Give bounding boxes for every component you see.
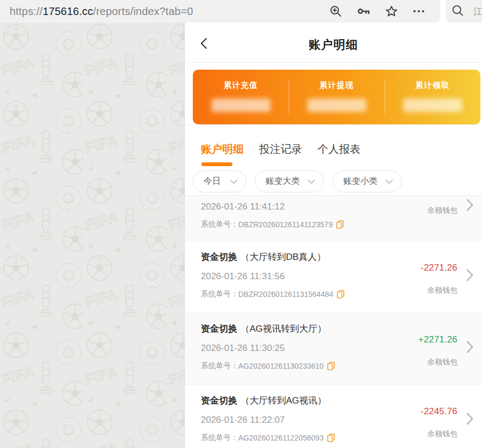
- order-number: AG202601261122056093: [238, 434, 323, 442]
- summary-total-claim: 累计领取: [385, 70, 480, 124]
- record-title: 资金切换（大厅转到DB真人）: [201, 251, 402, 263]
- record-amount: -2271.26: [420, 263, 457, 273]
- address-bar[interactable]: https://175616.cc/reports/index?tab=0: [0, 0, 440, 23]
- url-scheme: https://: [10, 5, 43, 17]
- clipped-amount: +2330.10: [418, 196, 457, 199]
- chevron-down-icon: [230, 179, 238, 184]
- order-number: DBZR202601261131564484: [238, 290, 333, 298]
- fifa-pattern-background: FIFA: [0, 23, 185, 448]
- record-amount: +2330.10: [418, 196, 457, 198]
- record-wallet: 余额钱包: [420, 429, 457, 439]
- page-title: 账户明细: [185, 23, 482, 53]
- url-path: /reports/index?tab=0: [93, 5, 193, 17]
- record-title: 资金切换（AG视讯转到大厅）: [201, 323, 402, 335]
- order-label: 系统单号：: [201, 220, 238, 229]
- order-number: AG202601261130233610: [238, 362, 323, 370]
- order-number: DBZR202601261141123579: [238, 220, 333, 229]
- record-subtitle: （AG视讯转到大厅）: [240, 324, 327, 334]
- copy-icon[interactable]: [336, 220, 344, 229]
- chevron-down-icon: [385, 179, 393, 184]
- active-tab-underline: [201, 162, 232, 166]
- chevron-right-icon[interactable]: [466, 341, 473, 353]
- record-time: 2026-01-26 11:22:07: [201, 415, 402, 425]
- url-domain: 175616.cc: [43, 5, 93, 17]
- record-type: 资金切换: [201, 395, 237, 406]
- record-amount: -2245.76: [420, 406, 457, 417]
- zoom-in-icon[interactable]: [329, 5, 342, 18]
- record-wallet: 余额钱包: [420, 286, 457, 295]
- masked-value: [307, 99, 366, 112]
- copy-icon[interactable]: [327, 434, 335, 442]
- record-wallet: 余额钱包: [418, 206, 457, 215]
- summary-total-deposit: 累计充值: [193, 70, 289, 124]
- star-icon[interactable]: [385, 5, 398, 18]
- app-header: 账户明细: [185, 23, 482, 63]
- filter-major-category-dropdown[interactable]: 账变大类: [255, 170, 324, 192]
- record-order: 系统单号：AG202601261130233610: [201, 361, 402, 371]
- key-icon[interactable]: [357, 5, 371, 18]
- search-suggestion-partial: 江: [473, 5, 482, 18]
- record-type: 资金切换: [201, 324, 237, 334]
- record-time: 2026-01-26 11:31:56: [201, 271, 402, 282]
- more-icon[interactable]: [412, 5, 425, 18]
- record-subtitle: （大厅转到AG视讯）: [240, 395, 327, 406]
- record-row[interactable]: 资金切换（大厅转到DB真人）2026-01-26 11:31:56系统单号：DB…: [185, 242, 482, 313]
- tab-account-detail[interactable]: 账户明细: [201, 142, 244, 156]
- summary-label: 累计领取: [385, 80, 480, 91]
- record-order: 系统单号：DBZR202601261141123579: [201, 220, 402, 229]
- record-list: 2026-01-26 11:41:12系统单号：DBZR202601261141…: [185, 195, 482, 448]
- tab-bet-records[interactable]: 投注记录: [259, 142, 302, 156]
- chevron-right-icon[interactable]: [466, 269, 473, 281]
- record-title: 资金切换（大厅转到AG视讯）: [201, 394, 402, 407]
- order-label: 系统单号：: [201, 289, 238, 299]
- filter-label: 账变小类: [343, 176, 378, 187]
- copy-icon[interactable]: [327, 362, 335, 370]
- masked-value: [212, 99, 270, 112]
- order-label: 系统单号：: [201, 361, 238, 371]
- browser-toolbar: https://175616.cc/reports/index?tab=0: [0, 0, 482, 23]
- record-time: 2026-01-26 11:41:12: [201, 201, 402, 212]
- masked-value: [403, 99, 462, 112]
- chevron-right-icon[interactable]: [466, 413, 473, 425]
- account-detail-panel: 账户明细 累计充值 累计提现 累计领取 账户明细 投注记录 个人报表: [185, 23, 482, 448]
- summary-label: 累计提现: [289, 80, 385, 91]
- url-text[interactable]: https://175616.cc/reports/index?tab=0: [10, 5, 329, 18]
- chevron-right-icon[interactable]: [466, 199, 473, 211]
- record-row[interactable]: 资金切换（大厅转到AG视讯）2026-01-26 11:22:07系统单号：AG…: [185, 385, 482, 448]
- record-order: 系统单号：DBZR202601261131564484: [201, 289, 402, 299]
- record-wallet: 余额钱包: [418, 357, 457, 367]
- search-icon[interactable]: [451, 4, 464, 19]
- summary-total-withdraw: 累计提现: [289, 70, 385, 124]
- order-label: 系统单号：: [201, 433, 238, 443]
- filter-date-dropdown[interactable]: 今日: [193, 170, 246, 192]
- record-type: 资金切换: [201, 252, 237, 262]
- copy-icon[interactable]: [337, 290, 344, 298]
- record-order: 系统单号：AG202601261122056093: [201, 433, 402, 443]
- summary-label: 累计充值: [193, 80, 289, 91]
- record-amount: +2271.26: [418, 334, 457, 345]
- filter-label: 账变大类: [266, 176, 300, 187]
- record-row[interactable]: 资金切换（AG视讯转到大厅）2026-01-26 11:30:25系统单号：AG…: [185, 313, 482, 385]
- summary-section: 累计充值 累计提现 累计领取: [185, 63, 482, 125]
- summary-card: 累计充值 累计提现 累计领取: [193, 70, 480, 124]
- chevron-down-icon: [307, 179, 315, 184]
- record-time: 2026-01-26 11:30:25: [201, 343, 402, 354]
- tabs-block: 账户明细 投注记录 个人报表: [185, 125, 482, 170]
- record-row[interactable]: 2026-01-26 11:41:12系统单号：DBZR202601261141…: [185, 196, 482, 242]
- tab-personal-report[interactable]: 个人报表: [318, 142, 360, 156]
- record-subtitle: （大厅转到DB真人）: [240, 252, 326, 262]
- filter-row: 今日 账变大类 账变小类: [185, 170, 482, 195]
- filter-minor-category-dropdown[interactable]: 账变小类: [333, 170, 402, 192]
- filter-label: 今日: [204, 176, 221, 187]
- search-box[interactable]: 江: [446, 0, 482, 23]
